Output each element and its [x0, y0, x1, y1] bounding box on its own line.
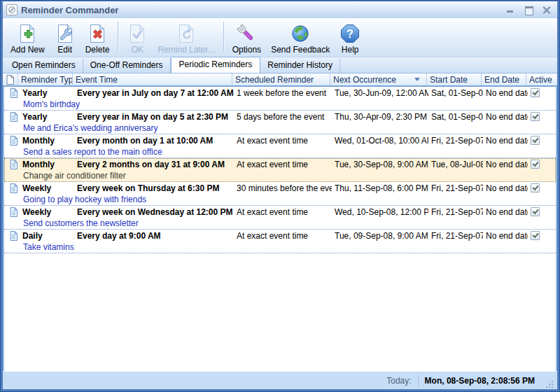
column-header-next-occurrence[interactable]: Next Occurrence	[330, 74, 427, 85]
options-button[interactable]: Options	[227, 18, 266, 57]
send-feedback-button[interactable]: Send Feedback	[266, 18, 335, 57]
tab-reminder-history[interactable]: Reminder History	[260, 58, 340, 73]
reminder-row[interactable]: Monthly Every 2 months on day 31 at 9:00…	[4, 158, 556, 182]
scheduled-reminder: 1 week before the event	[234, 87, 332, 99]
reminder-type: Monthly	[20, 158, 74, 170]
reminder-list: Yearly Every year in July on day 7 at 12…	[3, 87, 557, 371]
reminder-row[interactable]: Weekly Every week on Wednesday at 12:00 …	[4, 206, 556, 230]
column-header-icon[interactable]	[3, 74, 18, 85]
reminder-description: Send customers the newsletter	[4, 218, 556, 229]
current-datetime: Mon, 08-Sep-08, 2:08:56 PM	[425, 376, 535, 386]
reminder-row[interactable]: Weekly Every week on Thursday at 6:30 PM…	[4, 182, 556, 206]
next-occurrence: Thu, 11-Sep-08, 6:00 PM	[332, 182, 428, 194]
column-header-event-time[interactable]: Event Time	[73, 74, 232, 85]
document-icon	[10, 231, 18, 241]
scheduled-reminder: At exact event time	[234, 230, 332, 241]
column-header-reminder-type[interactable]: Reminder Type	[18, 74, 73, 85]
toolbar-label: Help	[342, 45, 359, 55]
active-checkbox[interactable]	[531, 112, 540, 121]
active-checkbox[interactable]	[531, 231, 540, 240]
title-bar[interactable]: Reminder Commander	[3, 1, 557, 18]
tab-periodic-reminders[interactable]: Periodic Reminders	[171, 57, 261, 73]
end-date: No end date	[483, 206, 528, 218]
reminder-description: Me and Erica's wedding anniversary	[4, 122, 556, 134]
column-header-active[interactable]: Active	[526, 74, 557, 85]
minimize-button[interactable]	[506, 6, 514, 14]
reminder-description: Take vitamins	[4, 241, 556, 253]
toolbar-label: Remind Later...	[158, 45, 214, 55]
column-header-start-date[interactable]: Start Date	[427, 74, 482, 85]
end-date: No end date	[483, 230, 528, 241]
toolbar-label: OK	[132, 45, 144, 55]
document-icon	[6, 75, 14, 85]
remind-later-button[interactable]: Remind Later...	[153, 18, 219, 57]
column-header-end-date[interactable]: End Date	[482, 74, 526, 85]
reminder-description: Send a sales report to the main office	[4, 146, 556, 158]
event-time: Every week on Wednesday at 12:00 PM	[74, 206, 234, 218]
event-time: Every 2 months on day 31 at 9:00 AM	[74, 158, 234, 170]
document-icon	[10, 207, 18, 217]
reminder-row[interactable]: Yearly Every year in May on day 5 at 2:3…	[4, 111, 556, 134]
toolbar-separator	[118, 22, 118, 52]
next-occurrence: Wed, 01-Oct-08, 10:00 AM	[332, 134, 428, 146]
next-occurrence: Tue, 30-Sep-08, 9:00 AM	[332, 158, 428, 170]
end-date: No end date	[483, 111, 528, 122]
tab-one-off-reminders[interactable]: One-Off Reminders	[83, 58, 171, 73]
document-icon	[10, 136, 18, 146]
reminder-row[interactable]: Yearly Every year in July on day 7 at 12…	[4, 87, 556, 111]
active-checkbox[interactable]	[531, 136, 540, 145]
reminder-type: Daily	[20, 230, 74, 241]
maximize-button[interactable]	[524, 6, 533, 14]
help-button[interactable]: ? Help	[335, 18, 365, 57]
start-date: Fri, 21-Sep-07	[428, 134, 483, 146]
tab-open-reminders[interactable]: Open Reminders	[4, 58, 83, 73]
sort-descending-icon	[414, 78, 420, 81]
reminder-row[interactable]: Daily Every day at 9:00 AM At exact even…	[4, 230, 556, 253]
event-time: Every year in May on day 5 at 2:30 PM	[74, 111, 234, 122]
close-button[interactable]	[542, 6, 551, 14]
end-date: No end date	[483, 158, 528, 170]
window-title: Reminder Commander	[21, 5, 506, 15]
column-header-scheduled-reminder[interactable]: Scheduled Reminder	[232, 74, 330, 85]
event-time: Every year in July on day 7 at 12:00 AM	[74, 87, 234, 99]
status-separator	[419, 374, 419, 386]
start-date: Tue, 08-Jul-08	[428, 158, 483, 170]
next-occurrence: Thu, 30-Apr-09, 2:30 PM	[332, 111, 428, 122]
end-date: No end date	[483, 87, 528, 99]
toolbar-separator	[223, 22, 224, 52]
active-checkbox[interactable]	[531, 160, 540, 169]
tab-strip: Open Reminders One-Off Reminders Periodi…	[3, 57, 557, 73]
reminder-type: Weekly	[20, 182, 74, 194]
app-icon	[6, 4, 18, 15]
reminder-description: Going to play hockey with friends	[4, 194, 556, 205]
reminder-type: Weekly	[20, 206, 74, 218]
start-date: Sat, 01-Sep-07	[428, 87, 483, 99]
document-icon	[10, 183, 18, 193]
reminder-row[interactable]: Monthly Every month on day 1 at 10:00 AM…	[4, 134, 556, 158]
app-window: Reminder Commander Add New	[0, 0, 560, 392]
add-document-icon	[17, 23, 38, 44]
active-checkbox[interactable]	[531, 183, 540, 192]
event-time: Every day at 9:00 AM	[74, 230, 234, 241]
table-header: Reminder Type Event Time Scheduled Remin…	[3, 73, 557, 87]
document-icon	[10, 112, 18, 122]
delete-button[interactable]: Delete	[80, 18, 115, 57]
active-checkbox[interactable]	[531, 207, 540, 216]
start-date: Fri, 21-Sep-07	[428, 206, 483, 218]
start-date: Fri, 21-Sep-07	[428, 230, 483, 241]
reminder-type: Yearly	[20, 111, 74, 122]
scheduled-reminder: 5 days before the event	[234, 111, 332, 122]
ok-button[interactable]: OK	[122, 18, 153, 57]
resize-grip[interactable]	[545, 379, 554, 389]
edit-button[interactable]: Edit	[50, 18, 80, 57]
scheduled-reminder: At exact event time	[234, 206, 332, 218]
add-new-button[interactable]: Add New	[6, 18, 50, 57]
start-date: Fri, 21-Sep-07	[428, 182, 483, 194]
close-icon	[542, 6, 551, 14]
delete-document-icon	[87, 23, 108, 44]
reminder-description: Mom's birthday	[4, 99, 556, 110]
document-icon	[10, 88, 18, 98]
active-checkbox[interactable]	[531, 88, 540, 97]
toolbar-label: Options	[232, 45, 261, 55]
toolbar-label: Send Feedback	[271, 45, 330, 55]
